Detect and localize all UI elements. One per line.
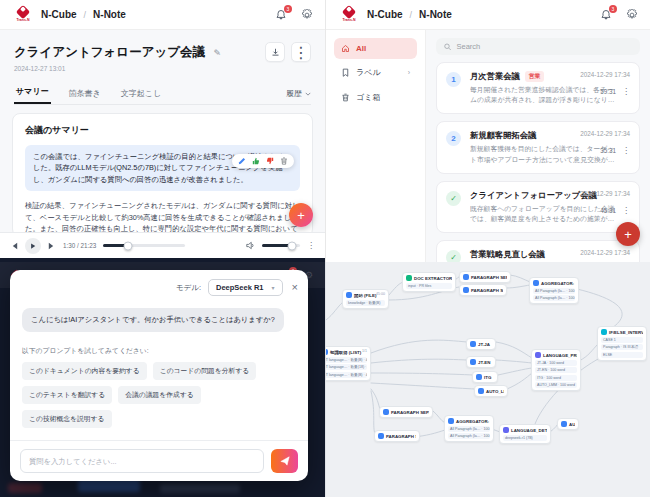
volume-slider[interactable] xyxy=(262,244,300,247)
notification-badge: 3 xyxy=(284,5,292,13)
note-title: クライアントフォローアップ会議 xyxy=(14,45,205,59)
workflow-node-aggregator[interactable]: AGGREGATOR: PARAGRAPH All Paragraph (la…… xyxy=(529,277,579,304)
question-input[interactable] xyxy=(20,449,264,473)
app-name[interactable]: N-Cube xyxy=(41,9,77,20)
search-icon xyxy=(444,43,451,51)
search-box[interactable] xyxy=(436,38,640,55)
thumbs-up-icon[interactable] xyxy=(252,157,260,165)
workflow-node-auto-lmm[interactable]: AUTO_LMM xyxy=(474,385,508,397)
dimmed-content-blob xyxy=(8,483,42,493)
note-list-main: 1 月次営業会議営業 毎月開催された営業進捗確認会議では、各チームの成果が共有さ… xyxy=(426,30,650,262)
previous-track-icon[interactable] xyxy=(10,242,18,250)
meeting-card[interactable]: 1 月次営業会議営業 毎月開催された営業進捗確認会議では、各チームの成果が共有さ… xyxy=(436,62,640,114)
play-button[interactable] xyxy=(25,238,41,254)
meeting-card[interactable]: 2 新規顧客開拓会議 新規顧客獲得を目的にした会議では、ターゲット市場やアプロー… xyxy=(436,121,640,173)
history-dropdown[interactable]: 履歴 xyxy=(286,88,311,104)
meeting-card[interactable]: ✓ 営業戦略見直し会議 市場動向や競合分析をもとに、営業戦略の見直しを行いました… xyxy=(436,240,640,262)
workflow-node-paragraph-separate[interactable]: PARAGRAPH SEPARATE FILE 1 xyxy=(379,406,433,418)
meeting-duration: 45:31 xyxy=(600,207,616,214)
notification-bell-icon[interactable]: 3 xyxy=(275,9,287,21)
tab-summary[interactable]: サマリー xyxy=(14,82,51,104)
next-track-icon[interactable] xyxy=(48,242,56,250)
workflow-node-knowledge-list[interactable]: 知識取得 (LIST) 1/1 JT language… · 数量(B) · 4… xyxy=(325,346,371,381)
prompt-suggestions-label: 以下のプロンプトを試してみてください: xyxy=(22,346,296,356)
prompt-chips: このドキュメントの内容を要約する このコードの問題を分析する このテキストを翻訳… xyxy=(22,362,296,428)
chevron-down-icon: ▾ xyxy=(272,284,275,291)
prompt-chip[interactable]: このテキストを翻訳する xyxy=(22,386,112,404)
product-name[interactable]: N-Note xyxy=(419,9,452,20)
prompt-chip[interactable]: 会議の議題を作成する xyxy=(118,386,201,404)
workflow-node-end[interactable]: AUTO xyxy=(557,418,579,430)
workflow-node-language-determine[interactable]: LANGUAGE_DETERMINE 1 deepseek-r1 (7B) xyxy=(499,424,551,444)
product-name[interactable]: N-Note xyxy=(93,9,126,20)
send-button[interactable] xyxy=(271,449,298,473)
workflow-canvas[interactable]: 開始 (FILE) 45:00 knowledge · 数量(B) DOC EX… xyxy=(326,262,650,497)
meeting-desc: 毎月開催された営業進捗確認会議では、各チームの成果が共有され、課題が浮き彫りにな… xyxy=(470,85,615,105)
workflow-graph-screen: 開始 (FILE) 45:00 knowledge · 数量(B) DOC EX… xyxy=(325,262,650,497)
node-icon xyxy=(601,329,607,335)
node-icon xyxy=(470,359,476,365)
tab-bullets[interactable]: 箇条書き xyxy=(67,84,103,104)
thumbs-down-icon[interactable] xyxy=(266,157,274,165)
more-menu-button[interactable]: ⋮ xyxy=(291,42,311,62)
edit-icon[interactable] xyxy=(238,157,246,165)
app-name[interactable]: N-Cube xyxy=(367,9,403,20)
settings-gear-icon[interactable] xyxy=(301,9,313,21)
sidebar-item-all[interactable]: All xyxy=(334,38,417,59)
workflow-node-paragraph-separate[interactable]: PARAGRAPH SEPARATE (B) xyxy=(459,284,507,296)
workflow-node-start[interactable]: 開始 (FILE) 45:00 knowledge · 数量(B) xyxy=(342,289,389,309)
volume-icon[interactable] xyxy=(246,241,255,250)
trans-n-logo: Trans-N xyxy=(338,7,360,22)
model-select[interactable]: DeepSeek R1 ▾ xyxy=(208,279,283,296)
item-more-icon[interactable]: ⋮ xyxy=(622,146,630,155)
prompt-chip[interactable]: このコードの問題を分析する xyxy=(153,362,257,380)
sidebar-label: All xyxy=(356,44,366,53)
item-more-icon[interactable]: ⋮ xyxy=(622,87,630,96)
meeting-card[interactable]: ✓ クライアントフォローアップ会議 既存顧客へのフォローアップを目的にした会議で… xyxy=(436,181,640,233)
tab-transcript[interactable]: 文字起こし xyxy=(119,84,163,104)
assistant-fab-button[interactable]: + xyxy=(289,203,313,227)
workflow-node-itg[interactable]: ITG xyxy=(472,371,498,383)
workflow-node-language-priority[interactable]: LANGUAGE_PRIORITY JT-JA · 100 word JT-EN… xyxy=(531,349,581,391)
prompt-chip[interactable]: この技術概念を説明する xyxy=(22,410,112,428)
workflow-node-lang-ja[interactable]: JT-JA xyxy=(466,338,496,350)
workflow-node-paragraph-separate[interactable]: PARAGRAPH SEPARATE (B) xyxy=(374,430,420,442)
workflow-node-aggregator-2[interactable]: AGGREGATOR: PARAGRAPH (2) All Paragraph … xyxy=(444,415,494,442)
workflow-node-lang-en[interactable]: JT-EN xyxy=(466,356,496,368)
player-more-icon[interactable]: ⋮ xyxy=(307,241,315,250)
node-icon xyxy=(325,349,328,355)
assistant-modal-screen: N-Cube 3 ⚙ モデル: DeepSeek R1 ▾ × こんにちは!AI… xyxy=(0,262,325,497)
meeting-title: 新規顧客開拓会議 xyxy=(470,130,536,141)
chevron-right-icon: › xyxy=(408,69,410,76)
delete-trash-icon[interactable] xyxy=(280,157,288,165)
notification-bell-icon[interactable]: 3 xyxy=(600,9,612,21)
paragraph-toolbar xyxy=(232,154,294,168)
prompt-chip[interactable]: このドキュメントの内容を要約する xyxy=(22,362,147,380)
trans-n-logo: Trans-N xyxy=(12,7,34,22)
workflow-node-doc-extractor[interactable]: DOC EXTRACTOR input · PR files xyxy=(402,272,456,292)
new-note-fab-button[interactable]: + xyxy=(616,222,640,246)
meeting-duration: 59:31 xyxy=(600,88,616,95)
sidebar-item-trash[interactable]: ゴミ箱 xyxy=(334,86,417,109)
node-icon xyxy=(346,292,352,298)
close-dialog-button[interactable]: × xyxy=(292,282,298,293)
breadcrumb-separator: / xyxy=(410,10,413,20)
item-more-icon[interactable]: ⋮ xyxy=(622,206,630,215)
notification-badge: 3 xyxy=(609,5,617,13)
app-bar: Trans-N N-Cube / N-Note 3 xyxy=(0,0,325,30)
summary-paragraph-highlighted[interactable]: この会議では、ファインチューニング検証の目的と結果について議論されました。既存の… xyxy=(25,145,300,191)
note-list-screen: Trans-N N-Cube / N-Note 3 All ラベル › xyxy=(325,0,650,262)
sidebar-item-labels[interactable]: ラベル › xyxy=(334,61,417,84)
node-icon xyxy=(535,352,541,358)
workflow-node-if-else[interactable]: IF/ELSE_INTERVIEW CASE 1 Paragraph · IS … xyxy=(597,326,647,361)
settings-gear-icon[interactable] xyxy=(626,9,638,21)
edit-title-pencil-icon[interactable]: ✎ xyxy=(213,48,221,58)
screenshot-grid: Trans-N N-Cube / N-Note 3 クライアントフォローアップ会… xyxy=(0,0,650,497)
download-button[interactable] xyxy=(265,42,285,62)
seek-slider[interactable] xyxy=(103,244,185,247)
model-value: DeepSeek R1 xyxy=(216,283,264,292)
note-detail-screen: Trans-N N-Cube / N-Note 3 クライアントフォローアップ会… xyxy=(0,0,325,262)
workflow-node-paragraph-separate[interactable]: PARAGRAPH SEPARATE FILE 1 xyxy=(459,271,511,283)
node-icon xyxy=(448,418,454,424)
search-input[interactable] xyxy=(456,42,632,51)
